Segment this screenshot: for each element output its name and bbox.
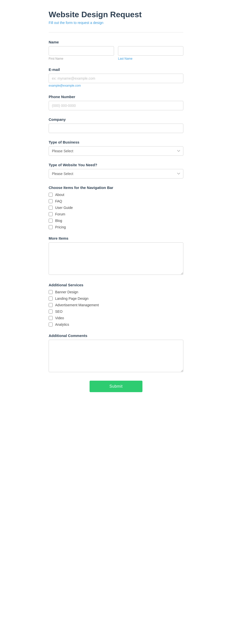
service-landing-page-label: Landing Page Design xyxy=(55,296,89,300)
service-seo-label: SEO xyxy=(55,310,63,314)
nav-items-section: Choose Items for the Navigation Bar Abou… xyxy=(49,186,183,229)
nav-item-blog[interactable]: Blog xyxy=(49,219,183,223)
service-ad-management-label: Advertisement Management xyxy=(55,303,99,307)
nav-item-about-label: About xyxy=(55,193,64,197)
service-seo[interactable]: SEO xyxy=(49,310,183,314)
service-landing-page-checkbox[interactable] xyxy=(49,296,53,300)
company-input[interactable] xyxy=(49,124,183,133)
submit-button[interactable]: Submit xyxy=(90,381,143,392)
additional-services-section: Additional Services Banner Design Landin… xyxy=(49,283,183,326)
service-analytics-label: Analytics xyxy=(55,322,69,326)
nav-items-group: About FAQ User Guide Forum Blog Pricing xyxy=(49,193,183,229)
type-website-select[interactable]: Please Select xyxy=(49,169,183,178)
first-name-input[interactable] xyxy=(49,46,114,56)
type-website-section: Type of Website You Need? Please Select xyxy=(49,163,183,178)
last-name-field: Last Name xyxy=(118,46,183,60)
service-video[interactable]: Video xyxy=(49,316,183,320)
nav-item-faq-label: FAQ xyxy=(55,199,62,203)
nav-item-faq[interactable]: FAQ xyxy=(49,199,183,203)
header-divider xyxy=(49,32,183,32)
type-business-section: Type of Business Please Select xyxy=(49,140,183,156)
nav-item-user-guide-checkbox[interactable] xyxy=(49,206,53,210)
first-name-sublabel: First Name xyxy=(49,57,114,60)
page-subtitle: Fill out the form to request a design xyxy=(49,21,183,25)
service-banner-design-checkbox[interactable] xyxy=(49,290,53,294)
additional-comments-section: Additional Comments xyxy=(49,334,183,373)
service-analytics[interactable]: Analytics xyxy=(49,322,183,326)
additional-services-label: Additional Services xyxy=(49,283,183,287)
nav-item-blog-label: Blog xyxy=(55,219,62,223)
last-name-input[interactable] xyxy=(118,46,183,56)
type-business-select[interactable]: Please Select xyxy=(49,146,183,156)
first-name-field: First Name xyxy=(49,46,114,60)
service-seo-checkbox[interactable] xyxy=(49,310,53,314)
company-section: Company xyxy=(49,117,183,133)
name-label: Name xyxy=(49,40,183,44)
company-label: Company xyxy=(49,117,183,122)
type-website-label: Type of Website You Need? xyxy=(49,163,183,167)
service-video-label: Video xyxy=(55,316,64,320)
service-banner-design[interactable]: Banner Design xyxy=(49,290,183,294)
additional-comments-label: Additional Comments xyxy=(49,334,183,338)
email-section: E-mail example@example.com xyxy=(49,68,183,88)
service-banner-design-label: Banner Design xyxy=(55,290,78,294)
service-ad-management-checkbox[interactable] xyxy=(49,303,53,307)
nav-item-forum[interactable]: Forum xyxy=(49,212,183,216)
nav-item-forum-label: Forum xyxy=(55,212,65,216)
service-video-checkbox[interactable] xyxy=(49,316,53,320)
nav-items-label: Choose Items for the Navigation Bar xyxy=(49,186,183,190)
service-landing-page[interactable]: Landing Page Design xyxy=(49,296,183,300)
nav-item-pricing[interactable]: Pricing xyxy=(49,225,183,229)
email-input[interactable] xyxy=(49,74,183,83)
nav-item-about-checkbox[interactable] xyxy=(49,193,53,197)
type-business-label: Type of Business xyxy=(49,140,183,144)
nav-item-about[interactable]: About xyxy=(49,193,183,197)
nav-item-user-guide-label: User Guide xyxy=(55,206,73,210)
more-items-textarea[interactable] xyxy=(49,242,183,275)
name-section: Name First Name Last Name xyxy=(49,40,183,60)
additional-services-group: Banner Design Landing Page Design Advert… xyxy=(49,290,183,326)
last-name-sublabel: Last Name xyxy=(118,57,183,60)
service-analytics-checkbox[interactable] xyxy=(49,322,53,326)
additional-comments-textarea[interactable] xyxy=(49,340,183,372)
page-title: Website Design Request xyxy=(49,10,183,19)
nav-item-user-guide[interactable]: User Guide xyxy=(49,206,183,210)
more-items-section: More Items xyxy=(49,236,183,276)
nav-item-pricing-label: Pricing xyxy=(55,225,66,229)
name-row: First Name Last Name xyxy=(49,46,183,60)
nav-item-faq-checkbox[interactable] xyxy=(49,199,53,203)
email-sublabel: example@example.com xyxy=(49,84,81,87)
phone-input[interactable] xyxy=(49,101,183,110)
nav-item-blog-checkbox[interactable] xyxy=(49,219,53,223)
nav-item-forum-checkbox[interactable] xyxy=(49,212,53,216)
nav-item-pricing-checkbox[interactable] xyxy=(49,225,53,229)
phone-section: Phone Number xyxy=(49,94,183,110)
email-label: E-mail xyxy=(49,68,183,72)
service-ad-management[interactable]: Advertisement Management xyxy=(49,303,183,307)
more-items-label: More Items xyxy=(49,236,183,240)
phone-label: Phone Number xyxy=(49,94,183,99)
